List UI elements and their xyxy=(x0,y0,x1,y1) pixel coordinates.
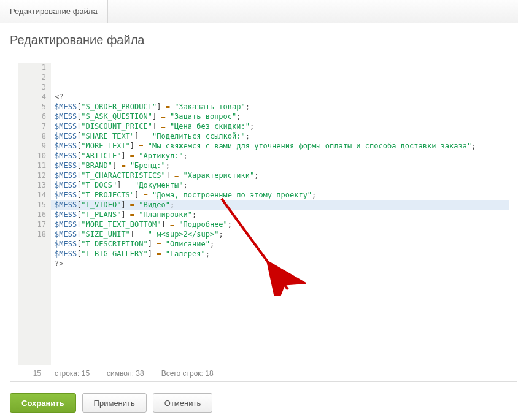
code-line[interactable]: $MESS["S_ASK_QUESTION"] = "Задать вопрос… xyxy=(55,112,506,121)
tab-bar: Редактирование файла xyxy=(0,0,518,23)
code-line[interactable]: $MESS["BRAND"] = "Бренд:"; xyxy=(55,161,506,170)
code-line[interactable]: $MESS["T_PROJECTS"] = "Дома, построенные… xyxy=(55,190,506,200)
editor-panel: 123456789101112131415161718 <?$MESS["S_O… xyxy=(10,55,517,382)
code-line[interactable]: $MESS["T_DESCRIPTION"] = "Описание"; xyxy=(55,239,506,249)
code-editor[interactable]: 123456789101112131415161718 <?$MESS["S_O… xyxy=(18,63,509,365)
code-line[interactable]: $MESS["T_PLANS"] = "Планировки"; xyxy=(55,210,506,220)
code-line[interactable]: ?> xyxy=(55,259,506,269)
cancel-button[interactable]: Отменить xyxy=(153,393,212,413)
code-line[interactable]: $MESS["SHARE_TEXT"] = "Поделиться ссылко… xyxy=(55,131,506,141)
code-line[interactable]: $MESS["SIZE_UNIT"] = " м<sup>2</sup>"; xyxy=(55,229,506,239)
save-button[interactable]: Сохранить xyxy=(10,393,76,413)
editor-gutter: 123456789101112131415161718 xyxy=(18,63,51,365)
code-line[interactable]: $MESS["T_BIG_GALLERY"] = "Галерея"; xyxy=(55,249,506,259)
page-title: Редактирование файла xyxy=(10,33,518,47)
tab-file-edit[interactable]: Редактирование файла xyxy=(0,0,108,23)
code-line[interactable]: $MESS["DISCOUNT_PRICE"] = "Цена без скид… xyxy=(55,121,506,131)
editor-buffer[interactable]: <?$MESS["S_ORDER_PRODUCT"] = "Заказать т… xyxy=(51,63,509,365)
code-line[interactable]: $MESS["MORE_TEXT_BOTTOM"] = "Подробнее"; xyxy=(55,220,506,229)
editor-statusbar: 15 строка: 15 символ: 38 Всего строк: 18 xyxy=(10,365,517,381)
code-line[interactable]: $MESS["T_DOCS"] = "Документы"; xyxy=(55,180,506,190)
code-line[interactable]: $MESS["T_CHARACTERISTICS"] = "Характерис… xyxy=(55,170,506,180)
status-line: строка: 15 xyxy=(55,369,90,378)
status-total: Всего строк: 18 xyxy=(161,369,214,378)
status-current-line-box: 15 xyxy=(13,369,46,378)
code-line[interactable]: $MESS["MORE_TEXT"] = "Мы свяжемся с вами… xyxy=(55,141,506,151)
apply-button[interactable]: Применить xyxy=(82,393,147,413)
code-line[interactable]: <? xyxy=(55,92,506,102)
button-row: Сохранить Применить Отменить xyxy=(10,393,518,413)
code-line[interactable]: $MESS["ARTICLE"] = "Артикул:"; xyxy=(55,151,506,161)
code-line[interactable]: $MESS["S_ORDER_PRODUCT"] = "Заказать тов… xyxy=(55,102,506,112)
tab-label: Редактирование файла xyxy=(10,7,98,16)
status-col: символ: 38 xyxy=(107,369,144,378)
